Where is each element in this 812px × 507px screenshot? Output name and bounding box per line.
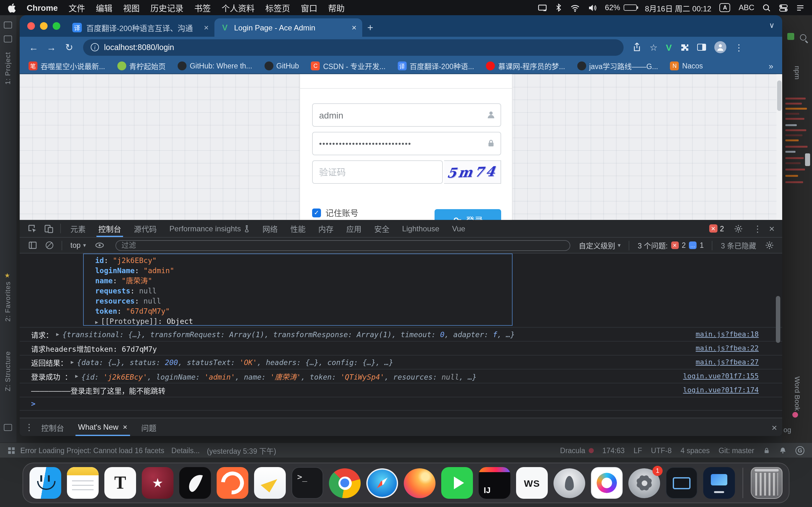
expanded-object[interactable]: id: "j2k6EBcy" loginName: "admin" name: … xyxy=(83,253,513,326)
git-branch[interactable]: Git: master xyxy=(719,447,754,454)
share-icon[interactable] xyxy=(632,43,641,52)
chrome-menu-icon[interactable]: ⋮ xyxy=(734,42,744,52)
console-scrollbar-thumb[interactable] xyxy=(776,296,780,343)
expand-arrow-icon[interactable]: ▶ xyxy=(75,373,78,379)
menu-bookmarks[interactable]: 书签 xyxy=(194,2,211,14)
menu-edit[interactable]: 编辑 xyxy=(96,2,112,14)
devtools-settings-gear-icon[interactable] xyxy=(731,221,746,236)
object-prototype-row[interactable]: ▶[[Prototype]]: Object xyxy=(84,316,512,326)
devtools-tab-lighthouse[interactable]: Lighthouse xyxy=(397,220,445,237)
zoom-window-button[interactable] xyxy=(53,22,60,30)
clear-console-icon[interactable] xyxy=(46,241,53,249)
bookmark-star-icon[interactable]: ☆ xyxy=(650,42,658,52)
stars-app-dock-icon[interactable] xyxy=(142,467,173,499)
bookmark-github[interactable]: GitHub xyxy=(264,61,299,70)
bookmark-java-roadmap[interactable]: java学习路线——G... xyxy=(577,61,658,71)
firefox-dock-icon[interactable] xyxy=(404,468,436,498)
tab-search-chevron-icon[interactable]: ∨ xyxy=(769,21,774,30)
drawer-menu-icon[interactable]: ⋮ xyxy=(25,422,34,432)
context-selector[interactable]: top▾ xyxy=(70,241,86,249)
drawer-tab-whats-new[interactable]: What's New× xyxy=(72,418,134,436)
tab-baidu-translate[interactable]: 译 百度翻译-200种语言互译、沟通 × xyxy=(67,18,214,37)
login-button[interactable]: 登录 xyxy=(435,209,501,220)
input-source-label[interactable]: ABC xyxy=(739,3,754,12)
menu-history[interactable]: 历史记录 xyxy=(150,2,183,14)
menu-profiles[interactable]: 个人资料 xyxy=(221,2,254,14)
webstorm-dock-icon[interactable] xyxy=(516,467,548,499)
captcha-image[interactable]: 5m74 xyxy=(444,160,501,184)
expand-arrow-icon[interactable]: ▶ xyxy=(71,359,74,365)
volume-icon[interactable] xyxy=(588,3,597,12)
back-button[interactable]: ← xyxy=(26,42,41,53)
page-scrollbar-thumb[interactable] xyxy=(777,80,781,111)
bookmark-github-where[interactable]: GitHub: Where th... xyxy=(177,61,252,70)
launchpad-dock-icon[interactable] xyxy=(554,468,585,498)
issues-counter[interactable]: 3 个问题: ✕ 2 … 1 xyxy=(638,240,704,250)
log-level-selector[interactable]: 自定义级别▾ xyxy=(579,240,621,250)
console-prompt-row[interactable]: > xyxy=(20,397,782,411)
feather-app-dock-icon[interactable] xyxy=(179,467,211,499)
devtools-tab-security[interactable]: 安全 xyxy=(368,220,395,237)
remember-checkbox[interactable]: ✓ xyxy=(312,208,321,217)
devtools-tab-elements[interactable]: 元素 xyxy=(65,220,91,237)
ide-run-icon[interactable] xyxy=(787,33,794,40)
expand-arrow-icon[interactable]: ▶ xyxy=(95,320,98,325)
bookmark-novel[interactable]: 笔吞噬星空小说最新... xyxy=(29,61,105,71)
tab-ace-admin-login[interactable]: V Login Page - Ace Admin × xyxy=(214,18,362,37)
ide-favorites-tab[interactable]: 2: Favorites xyxy=(4,281,11,322)
source-link[interactable]: main.js?fbea:22 xyxy=(688,344,759,352)
menu-view[interactable]: 视图 xyxy=(123,2,140,14)
devtools-tab-sources[interactable]: 源代码 xyxy=(128,220,162,237)
notes-dock-icon[interactable] xyxy=(67,467,99,499)
lock-status-icon[interactable] xyxy=(763,447,770,454)
device-toolbar-icon[interactable] xyxy=(41,221,56,236)
ide-project-tab[interactable]: 1: Project xyxy=(4,52,11,84)
ide-folder-icon[interactable] xyxy=(4,21,12,29)
object-property[interactable]: id: "j2k6EBcy" xyxy=(84,256,512,266)
console-settings-gear-icon[interactable] xyxy=(762,238,777,253)
color-swirl-dock-icon[interactable] xyxy=(591,467,623,499)
devtools-tab-performance[interactable]: 性能 xyxy=(285,220,311,237)
ide-npm-tab[interactable]: npm xyxy=(794,66,801,79)
bookmark-baidu-translate[interactable]: 译百度翻译-200种语... xyxy=(397,61,474,71)
bluetooth-icon[interactable] xyxy=(555,3,562,12)
menu-file[interactable]: 文件 xyxy=(68,2,85,14)
object-property[interactable]: token: "67d7qM7y" xyxy=(84,306,512,316)
bookmarks-overflow-chevron[interactable]: » xyxy=(769,61,773,71)
object-property[interactable]: loginName: "admin" xyxy=(84,266,512,276)
console-log-row[interactable]: 返回结果： ▶ {data: {…}, status: 200, statusT… xyxy=(20,355,782,369)
devtools-tab-application[interactable]: 应用 xyxy=(341,220,367,237)
ide-event-log-partial[interactable]: og xyxy=(783,426,792,434)
chrome-dock-icon[interactable] xyxy=(329,468,361,498)
postman-dock-icon[interactable] xyxy=(217,467,248,499)
site-info-icon[interactable]: i xyxy=(91,43,99,51)
line-ending[interactable]: LF xyxy=(633,447,642,454)
object-property[interactable]: resources: null xyxy=(84,296,512,306)
status-details-link[interactable]: Details... xyxy=(171,447,200,454)
ide-structure-tab[interactable]: Z: Structure xyxy=(4,351,11,391)
side-panel-icon[interactable] xyxy=(697,44,706,51)
minimize-window-button[interactable] xyxy=(40,22,48,30)
object-property[interactable]: requests: null xyxy=(84,286,512,296)
source-link[interactable]: login.vue?01f7:174 xyxy=(676,386,759,394)
forward-button[interactable]: → xyxy=(44,42,59,53)
console-sidebar-icon[interactable] xyxy=(25,238,40,253)
input-method-icon[interactable]: A xyxy=(720,3,730,12)
minimap-viewport[interactable] xyxy=(805,153,810,166)
hidden-messages-label[interactable]: 3 条已隐藏 xyxy=(721,240,756,250)
profile-avatar[interactable] xyxy=(714,41,726,53)
close-window-button[interactable] xyxy=(27,22,35,30)
extensions-puzzle-icon[interactable] xyxy=(680,43,689,52)
file-encoding[interactable]: UTF-8 xyxy=(651,447,671,454)
terminal-dock-icon[interactable] xyxy=(292,467,323,499)
devtools-menu-icon[interactable]: ⋮ xyxy=(753,223,762,233)
trash-dock-icon[interactable] xyxy=(751,467,782,499)
console-log-row[interactable]: 请求： ▶ {transitional: {…}, transformReque… xyxy=(20,327,782,341)
screen-mirroring-icon[interactable] xyxy=(538,3,547,12)
mail-app-dock-icon[interactable] xyxy=(254,467,286,499)
console-filter-input[interactable] xyxy=(115,240,570,250)
expand-arrow-icon[interactable]: ▶ xyxy=(56,331,59,337)
wifi-icon[interactable] xyxy=(570,3,579,12)
new-tab-button[interactable]: + xyxy=(367,22,373,34)
drawer-close-icon[interactable]: × xyxy=(771,422,777,433)
